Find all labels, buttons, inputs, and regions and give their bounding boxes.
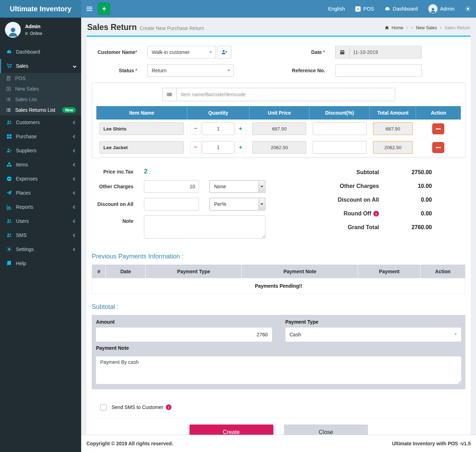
qty-decrease-button[interactable]: − xyxy=(190,123,201,135)
item-search-input[interactable] xyxy=(176,88,395,101)
sidebar-item-items[interactable]: Items xyxy=(0,158,81,172)
sidebar-item-settings[interactable]: Settings xyxy=(0,242,81,256)
app-window: Ultimate Inventory + English + POS Dashb… xyxy=(0,0,476,452)
info-icon[interactable]: i xyxy=(166,404,171,410)
sidebar-toggle-icon[interactable] xyxy=(81,0,97,18)
sales-submenu: POS New Sales Sales List Sales Returns L… xyxy=(0,73,81,115)
sidebar-item-sales[interactable]: Sales xyxy=(0,59,81,73)
amount-input[interactable] xyxy=(96,328,272,342)
discount-on-all-input[interactable] xyxy=(144,198,199,210)
sidebar-item-dashboard[interactable]: Dashboard xyxy=(0,45,81,59)
items-panel: Item Name Quantity Unit Price Discount(%… xyxy=(92,83,465,158)
reference-input[interactable] xyxy=(335,64,422,77)
payment-type-select[interactable]: Cash xyxy=(285,328,462,342)
brand-logo[interactable]: Ultimate Inventory xyxy=(0,0,81,18)
info-icon[interactable]: i xyxy=(373,211,379,216)
calendar-icon[interactable] xyxy=(335,46,349,59)
grand-total-label: Grand Total xyxy=(348,224,379,231)
add-customer-button[interactable] xyxy=(217,46,231,59)
charges-section: Price inc.Tax 2 Other Charges None xyxy=(92,168,301,244)
nav-pos-link[interactable]: + POS xyxy=(350,0,379,18)
settings-menu[interactable] xyxy=(460,0,476,18)
sidebar-item-users[interactable]: Users xyxy=(0,214,81,228)
user-menu[interactable]: Admin xyxy=(423,0,460,18)
cart-icon xyxy=(6,63,12,69)
sidebar-item-new-sales[interactable]: New Sales xyxy=(0,84,81,94)
unit-price-field xyxy=(252,141,306,154)
pay-col-action: Action xyxy=(420,265,465,279)
discount-total-label: Discount on All xyxy=(338,197,379,203)
breadcrumb-new-sales[interactable]: New Sales xyxy=(416,25,437,30)
sidebar-item-sales-returns-list[interactable]: Sales Returns List New xyxy=(0,105,81,115)
payments-empty-row: Payments Pending!! xyxy=(92,278,465,294)
table-row: − + xyxy=(96,120,461,138)
sidebar-item-pos[interactable]: POS xyxy=(0,73,81,84)
qty-increase-button[interactable]: + xyxy=(235,141,246,153)
gear-icon xyxy=(465,6,471,12)
barcode-icon xyxy=(162,88,176,101)
qty-increase-button[interactable]: + xyxy=(235,123,246,135)
round-off-label: Round Off i xyxy=(344,210,379,217)
chevron-left-icon xyxy=(73,233,77,237)
round-off-value: 0.00 xyxy=(379,210,432,217)
quick-add-button[interactable]: + xyxy=(98,3,110,15)
remove-item-button[interactable] xyxy=(432,142,444,153)
payment-panel: Amount Payment Type Cash Payment Note Pa… xyxy=(92,315,465,389)
other-charges-input[interactable] xyxy=(144,180,199,193)
total-amount-field xyxy=(373,141,413,154)
other-charges-total-value: 10.00 xyxy=(379,183,432,189)
discount-input[interactable] xyxy=(313,122,367,135)
other-charges-type-select[interactable]: None xyxy=(210,180,265,193)
plus-square-icon xyxy=(6,86,11,91)
nav-dashboard-link[interactable]: Dashboard xyxy=(379,0,423,18)
user-status: Online xyxy=(25,31,42,36)
qty-input[interactable] xyxy=(202,122,234,135)
chevron-left-icon xyxy=(73,149,77,152)
language-menu[interactable]: English xyxy=(323,0,350,18)
customer-select[interactable]: Walk-in customer xyxy=(147,46,216,59)
discount-type-select[interactable]: Per% xyxy=(210,198,265,210)
price-inc-tax-count: 2 xyxy=(144,168,147,175)
qty-input[interactable] xyxy=(202,141,234,154)
sidebar-item-suppliers[interactable]: Suppliers xyxy=(0,143,81,158)
sidebar-item-expenses[interactable]: Expenses xyxy=(0,172,81,186)
previous-payments-heading: Previous Payments Information : xyxy=(92,253,465,260)
sidebar-item-sales-list[interactable]: Sales List xyxy=(0,94,81,105)
send-sms-checkbox[interactable] xyxy=(100,404,107,410)
page-subtitle: Create New Purchase Return xyxy=(140,25,204,31)
date-input[interactable] xyxy=(349,46,422,59)
minus-icon xyxy=(436,128,441,129)
note-textarea[interactable] xyxy=(144,215,265,239)
discount-on-all-label: Discount on All xyxy=(92,201,144,207)
breadcrumb-home[interactable]: Home xyxy=(392,25,403,30)
sidebar-item-customers[interactable]: Customers xyxy=(0,115,81,129)
close-button[interactable]: Close xyxy=(284,424,368,435)
col-header-action: Action xyxy=(416,106,461,120)
items-table: Item Name Quantity Unit Price Discount(%… xyxy=(96,106,461,157)
sidebar-item-reports[interactable]: Reports xyxy=(0,200,81,214)
sidebar-item-help[interactable]: Help xyxy=(0,256,81,270)
subtotal-value: 2750.00 xyxy=(379,169,432,176)
col-header-unit-price: Unit Price xyxy=(249,106,309,120)
chevron-left-icon xyxy=(73,121,77,124)
remove-item-button[interactable] xyxy=(432,123,444,134)
select-arrow-icon xyxy=(259,198,265,210)
chevron-left-icon xyxy=(73,191,77,195)
book-icon xyxy=(6,261,12,266)
payment-type-label: Payment Type xyxy=(285,319,462,325)
discount-input[interactable] xyxy=(313,141,367,154)
new-badge: New xyxy=(62,107,76,113)
sales-return-card: Customer Name* Walk-in customer Date * xyxy=(86,36,471,435)
footer: Copyright © 2019 All rights reserved. Ul… xyxy=(81,435,476,452)
sidebar-item-sms[interactable]: SMS xyxy=(0,228,81,242)
status-select[interactable]: Return xyxy=(147,64,234,77)
minus-icon xyxy=(436,147,441,148)
main-area: Sales ReturnCreate New Purchase Return H… xyxy=(81,18,476,452)
payment-note-textarea[interactable]: Payment By cash xyxy=(96,356,461,384)
create-button[interactable]: Create xyxy=(189,424,273,435)
chevron-left-icon xyxy=(73,248,77,251)
sidebar-item-purchase[interactable]: Purchase xyxy=(0,129,81,143)
qty-decrease-button[interactable]: − xyxy=(190,141,201,153)
sidebar-item-places[interactable]: Places xyxy=(0,186,81,200)
item-search-group xyxy=(162,88,395,101)
